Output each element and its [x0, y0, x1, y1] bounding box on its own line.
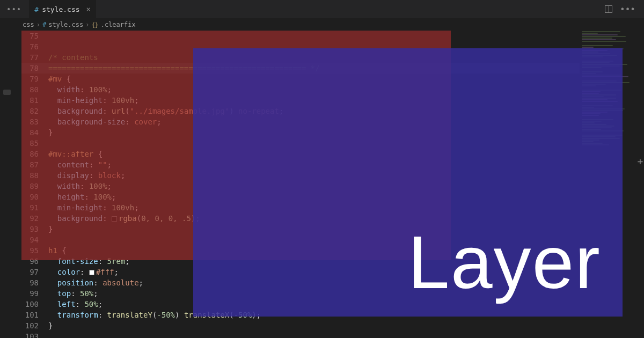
code-line[interactable]: 84}: [21, 127, 644, 138]
code-line[interactable]: 81 min-height: 100vh;: [21, 95, 644, 106]
css-rule-icon: {}: [91, 21, 98, 28]
code-line[interactable]: 100 left: 50%;: [21, 299, 644, 310]
line-number: 79: [21, 74, 48, 84]
line-number: 98: [21, 277, 48, 288]
css-file-icon: #: [42, 21, 46, 28]
code-content: h1 {: [48, 245, 67, 256]
code-line[interactable]: 90 height: 100%;: [21, 192, 644, 202]
titlebar-actions: •••: [605, 4, 644, 14]
code-line[interactable]: 86#mv::after {: [21, 149, 644, 159]
code-content: }: [48, 320, 53, 331]
code-content: background: rgba(0, 0, 0, .5);: [48, 213, 200, 224]
code-content: left: 50%;: [48, 299, 103, 310]
line-number: 84: [21, 127, 48, 138]
breadcrumb[interactable]: css › # style.css › {} .clearfix: [0, 19, 644, 31]
more-actions-icon[interactable]: •••: [620, 4, 635, 14]
line-number: 87: [21, 159, 48, 170]
color-swatch-icon: [112, 216, 117, 222]
code-content: /* contents: [48, 52, 98, 63]
code-line[interactable]: 85: [21, 138, 644, 149]
code-content: transform: translateY(-50%) translateX(-…: [48, 310, 261, 320]
chevron-right-icon: ›: [36, 21, 40, 28]
line-number: 82: [21, 106, 48, 116]
tab-label: style.css: [42, 5, 79, 13]
activity-marker: [3, 90, 11, 95]
line-number: 77: [21, 52, 48, 63]
code-line[interactable]: 96 font-size: 5rem;: [21, 256, 644, 267]
code-line[interactable]: 98 position: absolute;: [21, 277, 644, 288]
activity-bar[interactable]: [0, 31, 21, 338]
breadcrumb-seg[interactable]: css: [23, 21, 34, 28]
editor-wrap: 757677/* contents78=====================…: [0, 31, 644, 338]
line-number: 88: [21, 170, 48, 181]
line-number: 89: [21, 181, 48, 192]
line-number: 101: [21, 310, 48, 320]
line-number: 102: [21, 320, 48, 331]
code-line[interactable]: 97 color: #fff;: [21, 267, 644, 277]
code-line[interactable]: 93}: [21, 224, 644, 234]
code-line[interactable]: 102}: [21, 320, 644, 331]
menu-dots-icon[interactable]: •••: [6, 5, 21, 13]
line-number: 90: [21, 192, 48, 202]
line-number: 86: [21, 149, 48, 159]
code-line[interactable]: 82 background: url("../images/sample.jpg…: [21, 106, 644, 116]
line-number: 91: [21, 202, 48, 213]
chevron-right-icon: ›: [85, 21, 89, 28]
code-line[interactable]: 92 background: rgba(0, 0, 0, .5);: [21, 213, 644, 224]
code-line[interactable]: 83 background-size: cover;: [21, 116, 644, 127]
code-line[interactable]: 87 content: "";: [21, 159, 644, 170]
code-content: width: 100%;: [48, 181, 112, 192]
code-content: background-size: cover;: [48, 116, 162, 127]
code-line[interactable]: 101 transform: translateY(-50%) translat…: [21, 310, 644, 320]
code-line[interactable]: 95h1 {: [21, 245, 644, 256]
code-line[interactable]: 78======================================…: [21, 63, 644, 74]
code-content: min-height: 100vh;: [48, 95, 139, 106]
code-line[interactable]: 79#mv {: [21, 74, 644, 84]
line-number: 94: [21, 234, 48, 245]
code-line[interactable]: 77/* contents: [21, 52, 644, 63]
code-content: font-size: 5rem;: [48, 256, 130, 267]
code-content: height: 100%;: [48, 192, 116, 202]
code-line[interactable]: 94: [21, 234, 644, 245]
close-icon[interactable]: ×: [86, 5, 91, 13]
code-line[interactable]: 89 width: 100%;: [21, 181, 644, 192]
line-number: 75: [21, 31, 48, 41]
code-content: ========================================…: [48, 63, 320, 74]
line-number: 92: [21, 213, 48, 224]
line-number: 96: [21, 256, 48, 267]
code-content: width: 100%;: [48, 84, 112, 95]
line-number: 103: [21, 331, 48, 338]
code-line[interactable]: 80 width: 100%;: [21, 84, 644, 95]
line-number: 100: [21, 299, 48, 310]
code-line[interactable]: 99 top: 50%;: [21, 288, 644, 299]
code-content: #mv {: [48, 74, 71, 84]
code-content: position: absolute;: [48, 277, 143, 288]
split-editor-icon[interactable]: [605, 5, 612, 13]
add-icon[interactable]: +: [636, 156, 644, 167]
code-line[interactable]: 75: [21, 31, 644, 41]
line-number: 80: [21, 84, 48, 95]
code-editor[interactable]: 757677/* contents78=====================…: [21, 31, 644, 338]
code-content: min-height: 100vh;: [48, 202, 139, 213]
code-content: display: block;: [48, 170, 125, 181]
breadcrumb-seg[interactable]: style.css: [48, 21, 83, 28]
breadcrumb-seg[interactable]: .clearfix: [101, 21, 136, 28]
code-content: content: "";: [48, 159, 112, 170]
code-line[interactable]: 88 display: block;: [21, 170, 644, 181]
titlebar: ••• # style.css × •••: [0, 0, 644, 19]
line-number: 78: [21, 63, 48, 74]
line-number: 85: [21, 138, 48, 149]
line-number: 76: [21, 41, 48, 52]
minimap[interactable]: [580, 31, 644, 331]
code-content: top: 50%;: [48, 288, 98, 299]
tab-style-css[interactable]: # style.css ×: [29, 0, 96, 19]
code-line[interactable]: 76: [21, 41, 644, 52]
line-number: 81: [21, 95, 48, 106]
code-line[interactable]: 91 min-height: 100vh;: [21, 202, 644, 213]
color-swatch-icon: [89, 270, 94, 275]
line-number: 95: [21, 245, 48, 256]
code-line[interactable]: 103: [21, 331, 644, 338]
code-content: background: url("../images/sample.jpg") …: [48, 106, 283, 116]
code-content: }: [48, 224, 53, 234]
code-content: color: #fff;: [48, 267, 119, 277]
